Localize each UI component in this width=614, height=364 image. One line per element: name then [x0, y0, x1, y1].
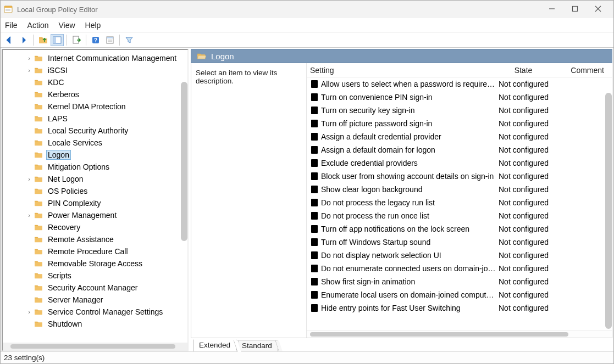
export-button[interactable]: [70, 34, 83, 46]
close-button[interactable]: [593, 5, 604, 14]
toolbar: ?: [1, 32, 613, 48]
tree-item[interactable]: ›Power Management: [3, 209, 187, 221]
tree-item[interactable]: Kernel DMA Protection: [3, 100, 187, 113]
up-button[interactable]: [36, 34, 49, 46]
column-header-comment[interactable]: Comment: [550, 66, 612, 75]
tree-item[interactable]: ›Net Logon: [3, 173, 187, 185]
tree-item[interactable]: Remote Assistance: [3, 233, 187, 245]
menu-help[interactable]: Help: [85, 21, 101, 30]
setting-name: Turn on security key sign-in: [321, 106, 496, 115]
tree-item[interactable]: Shutdown: [3, 318, 187, 330]
policy-setting-icon: [310, 145, 319, 154]
setting-state: Not configured: [496, 198, 550, 207]
navigation-tree[interactable]: ›Internet Communication Management›iSCSI…: [3, 50, 187, 343]
setting-name: Do not process the run once list: [321, 211, 496, 220]
tree-item[interactable]: Recovery: [3, 221, 187, 233]
tree-item[interactable]: KDC: [3, 76, 187, 88]
chevron-right-icon[interactable]: ›: [25, 309, 34, 315]
tree-item[interactable]: ›iSCSI: [3, 64, 187, 76]
filter-button[interactable]: [123, 34, 136, 46]
menu-action[interactable]: Action: [27, 21, 49, 30]
setting-row[interactable]: Do not enumerate connected users on doma…: [307, 262, 612, 275]
setting-state: Not configured: [496, 211, 550, 220]
tree-item[interactable]: Kerberos: [3, 88, 187, 100]
setting-state: Not configured: [496, 93, 550, 102]
tree-item[interactable]: PIN Complexity: [3, 197, 187, 209]
setting-row[interactable]: Turn on security key sign-inNot configur…: [307, 104, 612, 117]
chevron-right-icon[interactable]: ›: [25, 55, 34, 61]
menu-view[interactable]: View: [58, 21, 75, 30]
setting-name: Exclude credential providers: [321, 159, 496, 167]
tree-item-label: PIN Complexity: [47, 199, 102, 208]
menu-bar: File Action View Help: [1, 18, 613, 32]
setting-row[interactable]: Turn off picture password sign-inNot con…: [307, 117, 612, 130]
setting-row[interactable]: Do not process the legacy run listNot co…: [307, 196, 612, 209]
tree-item-label: Shutdown: [47, 320, 83, 328]
setting-name: Enumerate local users on domain-joined c…: [321, 290, 496, 299]
chevron-right-icon[interactable]: ›: [25, 176, 34, 182]
tab-extended[interactable]: Extended: [193, 339, 236, 351]
policy-setting-icon: [310, 225, 319, 233]
setting-row[interactable]: Show first sign-in animationNot configur…: [307, 275, 612, 288]
folder-icon: [34, 139, 43, 147]
tab-standard[interactable]: Standard: [236, 340, 278, 352]
setting-row[interactable]: Hide entry points for Fast User Switchin…: [307, 301, 612, 315]
setting-row[interactable]: Do not process the run once listNot conf…: [307, 209, 612, 222]
tree-item[interactable]: OS Policies: [3, 185, 187, 197]
chevron-right-icon[interactable]: ›: [25, 212, 34, 219]
list-scrollbar-vertical[interactable]: [605, 93, 612, 329]
tree-item[interactable]: Local Security Authority: [3, 125, 187, 137]
tree-item[interactable]: Remote Procedure Call: [3, 245, 187, 257]
policy-setting-icon: [310, 277, 319, 286]
tree-scrollbar-vertical[interactable]: [181, 82, 187, 241]
toolbar-separator: [86, 35, 86, 46]
folder-icon: [34, 54, 43, 62]
tree-item-label: Removable Storage Access: [47, 259, 143, 268]
tree-scrollbar-horizontal[interactable]: [3, 343, 187, 350]
tree-item[interactable]: Scripts: [3, 270, 187, 282]
properties-button[interactable]: [103, 34, 117, 46]
tree-item-label: Security Account Manager: [47, 283, 139, 292]
tree-item[interactable]: Removable Storage Access: [3, 257, 187, 270]
tree-item-label: Remote Assistance: [47, 235, 115, 244]
tree-item[interactable]: Server Manager: [3, 294, 187, 306]
tree-item[interactable]: Locale Services: [3, 137, 187, 149]
policy-setting-icon: [310, 211, 319, 220]
minimize-button[interactable]: [546, 5, 557, 14]
setting-row[interactable]: Do not display network selection UINot c…: [307, 249, 612, 262]
setting-row[interactable]: Enumerate local users on domain-joined c…: [307, 288, 612, 301]
setting-row[interactable]: Block user from showing account details …: [307, 170, 612, 183]
tree-item-label: Local Security Authority: [47, 126, 129, 135]
column-header-state[interactable]: State: [496, 66, 550, 75]
chevron-right-icon[interactable]: ›: [25, 67, 34, 74]
setting-row[interactable]: Turn off app notifications on the lock s…: [307, 222, 612, 236]
tree-item[interactable]: Security Account Manager: [3, 282, 187, 294]
help-button[interactable]: ?: [89, 34, 102, 46]
setting-row[interactable]: Exclude credential providersNot configur…: [307, 156, 612, 170]
folder-icon: [34, 187, 43, 195]
folder-icon: [34, 320, 43, 328]
tree-item[interactable]: LAPS: [3, 113, 187, 125]
menu-file[interactable]: File: [5, 21, 18, 30]
forward-button[interactable]: [17, 34, 30, 46]
back-button[interactable]: [3, 34, 16, 46]
tree-item-label: iSCSI: [47, 66, 69, 75]
setting-row[interactable]: Assign a default credential providerNot …: [307, 130, 612, 143]
setting-row[interactable]: Show clear logon backgroundNot configure…: [307, 183, 612, 196]
maximize-button[interactable]: [569, 5, 580, 14]
setting-row[interactable]: Allow users to select when a password is…: [307, 77, 612, 91]
tree-item-label: Mitigation Options: [47, 163, 110, 171]
setting-row[interactable]: Assign a default domain for logonNot con…: [307, 143, 612, 156]
list-scrollbar-horizontal[interactable]: [307, 330, 612, 338]
tree-item[interactable]: Logon: [3, 149, 187, 161]
column-header-setting[interactable]: Setting: [307, 66, 496, 75]
setting-row[interactable]: Turn on convenience PIN sign-inNot confi…: [307, 91, 612, 104]
tree-item[interactable]: ›Service Control Manager Settings: [3, 306, 187, 318]
folder-icon: [34, 175, 43, 183]
setting-row[interactable]: Turn off Windows Startup soundNot config…: [307, 236, 612, 249]
tree-item-label: Server Manager: [47, 295, 104, 304]
tree-item[interactable]: Mitigation Options: [3, 161, 187, 173]
tree-item[interactable]: ›Internet Communication Management: [3, 52, 187, 64]
show-hide-tree-button[interactable]: [51, 34, 64, 46]
setting-state: Not configured: [496, 159, 550, 167]
